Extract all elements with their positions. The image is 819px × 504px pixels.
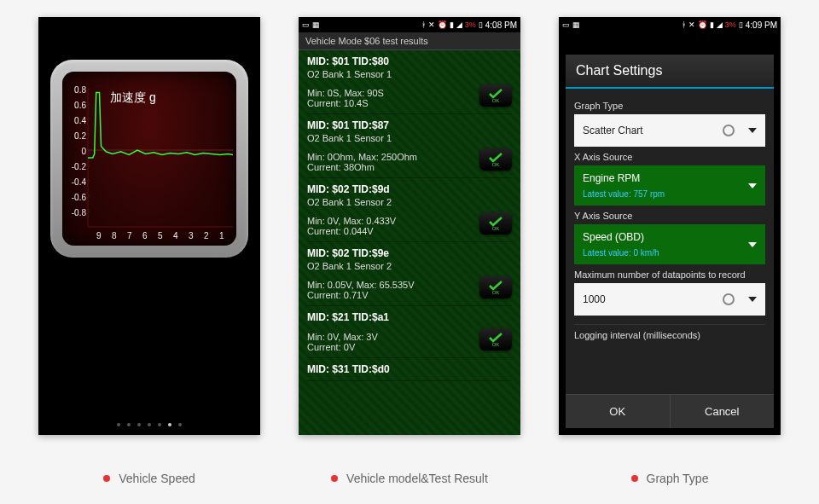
y-axis-value: Speed (OBD) [583, 231, 757, 243]
page-dot[interactable] [178, 423, 182, 426]
bullet-icon [631, 475, 638, 482]
ok-badge: OK [479, 328, 512, 350]
x-tick-label: 8 [112, 231, 117, 240]
battery-icon: ▯ [739, 20, 743, 29]
y-axis-latest: Latest value: 0 km/h [583, 248, 757, 258]
page-dot[interactable] [168, 423, 171, 426]
signal-icon: ▮ [710, 20, 714, 29]
apps-icon: ▦ [572, 20, 580, 29]
x-axis-latest: Latest value: 757 rpm [583, 189, 757, 199]
y-tick-label: 0.8 [74, 85, 86, 95]
test-sensor: O2 Bank 1 Sensor 2 [307, 261, 512, 271]
test-sensor: O2 Bank 1 Sensor 1 [307, 69, 512, 79]
apps-icon: ▦ [312, 20, 320, 29]
y-tick-label: 0 [81, 147, 86, 156]
battery-pct: 3% [725, 20, 736, 29]
x-axis-label: X Axis Source [574, 152, 765, 162]
page-dot[interactable] [158, 423, 161, 426]
settings-dialog: Chart Settings Graph Type Scatter Chart … [566, 55, 774, 428]
x-tick-label: 1 [219, 231, 224, 240]
max-datapoints-spinner[interactable]: 1000 [574, 283, 765, 316]
x-tick-label: 9 [96, 231, 102, 240]
y-tick-label: 0.4 [74, 116, 86, 125]
mute-icon: ✕ [688, 20, 695, 29]
graph-type-label: Graph Type [574, 101, 765, 111]
wifi-icon: ◢ [717, 20, 723, 29]
test-result-item[interactable]: MID: $02 TID:$9dO2 Bank 1 Sensor 2Min: 0… [307, 178, 512, 242]
status-time: 4:08 PM [485, 20, 517, 30]
caption-2: Vehicle model&Test Result [299, 472, 520, 485]
test-result-item[interactable]: MID: $31 TID:$d0 [307, 358, 512, 381]
ok-badge: OK [479, 148, 512, 171]
test-mid-tid: MID: $01 TID:$80 [307, 55, 512, 67]
test-sensor: O2 Bank 1 Sensor 2 [307, 197, 512, 207]
y-axis-label: Y Axis Source [574, 211, 765, 221]
obd-icon: ▭ [302, 20, 310, 29]
ok-badge: OK [479, 212, 512, 235]
caption-text: Graph Type [647, 472, 709, 485]
x-tick-label: 6 [142, 231, 148, 240]
caption-text: Vehicle Speed [119, 472, 195, 485]
page-dot[interactable] [127, 423, 131, 426]
test-mid-tid: MID: $02 TID:$9d [307, 183, 512, 195]
test-mid-tid: MID: $31 TID:$d0 [307, 363, 512, 375]
cancel-button[interactable]: Cancel [671, 395, 775, 428]
page-dot[interactable] [148, 423, 151, 426]
test-sensor: O2 Bank 1 Sensor 1 [307, 133, 512, 143]
radio-icon [723, 293, 735, 305]
y-tick-label: -0.2 [72, 162, 86, 171]
status-time: 4:09 PM [746, 20, 777, 30]
test-result-item[interactable]: MID: $01 TID:$80O2 Bank 1 Sensor 1Min: 0… [307, 50, 512, 114]
test-mid-tid: MID: $01 TID:$87 [307, 119, 512, 131]
chevron-down-icon [748, 183, 757, 188]
y-axis-source-spinner[interactable]: Speed (OBD) Latest value: 0 km/h [574, 224, 765, 264]
x-axis-value: Engine RPM [583, 172, 757, 184]
test-result-item[interactable]: MID: $21 TID:$a1Min: 0V, Max: 3VCurrent:… [307, 306, 512, 358]
logging-interval-label: Logging interval (milliseconds) [574, 324, 765, 340]
page-dot[interactable] [137, 423, 141, 426]
max-datapoints-value: 1000 [583, 293, 606, 305]
alarm-icon: ⏰ [438, 20, 447, 29]
page-dot[interactable] [117, 423, 120, 426]
status-bar: ▭ ▦ ᚼ ✕ ⏰ ▮ ◢ 3% ▯ 4:08 PM [299, 17, 520, 32]
bullet-icon [103, 475, 110, 482]
caption-1: Vehicle Speed [38, 472, 260, 485]
graph-type-value: Scatter Chart [583, 125, 643, 136]
caption-text: Vehicle model&Test Result [346, 472, 488, 485]
x-axis-source-spinner[interactable]: Engine RPM Latest value: 757 rpm [574, 165, 765, 206]
x-tick-label: 5 [158, 231, 163, 240]
x-tick-label: 3 [189, 231, 194, 240]
x-tick-label: 2 [204, 231, 209, 240]
wifi-icon: ◢ [456, 20, 462, 29]
chevron-down-icon [748, 128, 757, 133]
y-tick-label: 0.2 [74, 131, 86, 141]
obd-icon: ▭ [562, 20, 570, 29]
test-result-item[interactable]: MID: $02 TID:$9eO2 Bank 1 Sensor 2Min: 0… [307, 242, 512, 306]
y-tick-label: -0.4 [72, 177, 86, 187]
ok-badge: OK [479, 84, 512, 107]
signal-icon: ▮ [450, 20, 454, 29]
x-tick-label: 4 [173, 231, 178, 240]
test-mid-tid: MID: $02 TID:$9e [307, 247, 512, 259]
status-bar: ▭ ▦ ᚼ ✕ ⏰ ▮ ◢ 3% ▯ 4:09 PM [559, 17, 781, 32]
panel-vehicle-speed: 加速度 g [38, 17, 260, 435]
bluetooth-icon: ᚼ [421, 20, 426, 29]
graph-type-spinner[interactable]: Scatter Chart [574, 114, 765, 147]
chevron-down-icon [748, 242, 757, 247]
dialog-title: Chart Settings [566, 55, 774, 89]
test-mid-tid: MID: $21 TID:$a1 [307, 311, 512, 323]
results-header: Vehicle Mode $06 test results [299, 32, 520, 50]
y-tick-label: -0.8 [72, 208, 86, 217]
max-datapoints-label: Maximum number of datapoints to record [574, 269, 765, 280]
ok-button[interactable]: OK [566, 395, 671, 428]
mute-icon: ✕ [428, 20, 435, 29]
bluetooth-icon: ᚼ [682, 20, 686, 29]
y-tick-label: -0.6 [72, 193, 86, 202]
bullet-icon [331, 475, 338, 482]
test-result-item[interactable]: MID: $01 TID:$87O2 Bank 1 Sensor 1Min: 0… [307, 114, 512, 178]
battery-icon: ▯ [479, 20, 483, 29]
x-tick-label: 7 [127, 231, 132, 240]
gauge-title: 加速度 g [110, 90, 156, 106]
chevron-down-icon [748, 297, 757, 302]
caption-3: Graph Type [559, 472, 781, 485]
